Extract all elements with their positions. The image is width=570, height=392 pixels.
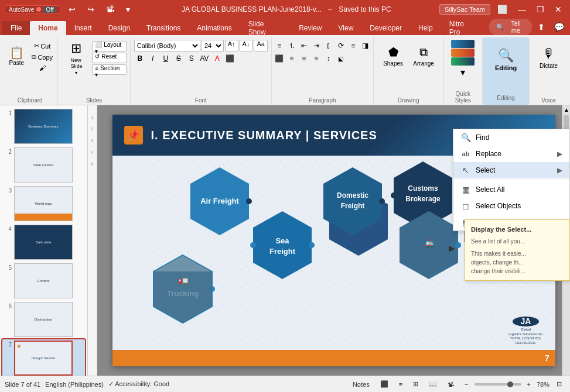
- svg-point-28: [246, 198, 252, 204]
- ribbon-display-button[interactable]: ⬜: [494, 4, 511, 15]
- ribbon-group-font: Calibri (Body) 24 A↑ A↓ Aa B I U S S AV …: [131, 37, 272, 105]
- select-icon: ↖: [460, 165, 471, 176]
- shapes-button[interactable]: ⬟ Shapes: [378, 40, 408, 72]
- section-button[interactable]: ≡ Section ▾: [92, 64, 126, 75]
- slide-thumb-1[interactable]: 1 Business Summary: [2, 108, 85, 145]
- tab-nitro[interactable]: Nitro Pro: [441, 21, 484, 35]
- tab-insert[interactable]: Insert: [66, 21, 100, 35]
- scroll-up-arrow[interactable]: ▲: [562, 105, 570, 114]
- view-sorter-button[interactable]: ⊞: [409, 379, 422, 389]
- ruler-tick: 2: [88, 123, 97, 135]
- svg-text:Customs: Customs: [408, 184, 438, 192]
- line-spacing-button[interactable]: ↕: [323, 53, 335, 64]
- tab-review[interactable]: Review: [291, 21, 330, 35]
- menu-replace[interactable]: ab Replace ▶: [453, 146, 569, 162]
- fit-slide-button[interactable]: ⊡: [553, 379, 565, 389]
- tab-view[interactable]: View: [330, 21, 362, 35]
- slide-thumb-5[interactable]: 5 Content: [2, 262, 85, 300]
- autosave-badge[interactable]: AutoSave Off: [5, 5, 60, 14]
- char-spacing-button[interactable]: AV: [199, 53, 210, 64]
- editing-button[interactable]: 🔍 Editing: [487, 42, 525, 77]
- quick-styles-scroll[interactable]: ▾: [460, 67, 465, 78]
- align-text-button[interactable]: ≡: [347, 40, 359, 51]
- font-size-select[interactable]: 24: [202, 40, 224, 51]
- decrease-font-button[interactable]: A↓: [240, 40, 253, 51]
- slide-number-5: 5: [4, 264, 12, 271]
- tab-design[interactable]: Design: [100, 21, 138, 35]
- tab-help[interactable]: Help: [410, 21, 441, 35]
- underline-button[interactable]: U: [160, 53, 172, 64]
- paste-button[interactable]: 📋 Paste: [5, 39, 28, 74]
- strikethrough-button[interactable]: S: [173, 53, 185, 64]
- search-ribbon-button[interactable]: 🔍 Tell me: [489, 19, 532, 35]
- align-center-button[interactable]: ≡: [286, 53, 298, 64]
- bold-button[interactable]: B: [134, 53, 146, 64]
- undo-button[interactable]: ↩: [65, 4, 79, 15]
- align-right-button[interactable]: ≡: [298, 53, 310, 64]
- share-button[interactable]: ⬆: [534, 21, 548, 33]
- font-family-select[interactable]: Calibri (Body): [134, 40, 200, 51]
- numbering-button[interactable]: ⒈: [286, 40, 298, 51]
- dictate-button[interactable]: 🎙 Dictate: [533, 40, 565, 75]
- zoom-slider[interactable]: [475, 383, 521, 386]
- tab-slideshow[interactable]: Slide Show: [240, 21, 291, 35]
- layout-button[interactable]: ⬜ Layout ▾: [92, 41, 126, 51]
- tab-animations[interactable]: Animations: [189, 21, 240, 35]
- smart-art-button[interactable]: ◨: [360, 40, 371, 51]
- arrange-button[interactable]: ⧉ Arrange: [409, 40, 438, 72]
- tab-transitions[interactable]: Transitions: [138, 21, 189, 35]
- customize-qat-button[interactable]: ▾: [122, 4, 134, 15]
- view-normal-button[interactable]: ⬛: [377, 379, 392, 389]
- menu-select[interactable]: ↖ Select ▶: [453, 162, 569, 178]
- slide-thumb-4[interactable]: 4 Dark slide: [2, 223, 85, 261]
- highlight-button[interactable]: ⬛: [224, 53, 236, 64]
- zoom-in-button[interactable]: +: [524, 380, 534, 389]
- shadow-button[interactable]: S: [186, 53, 197, 64]
- view-outline-button[interactable]: ≡: [395, 380, 406, 389]
- tab-file[interactable]: File: [2, 21, 30, 35]
- slide-thumb-7[interactable]: 7 ★ Hexagon Services: [2, 339, 85, 376]
- restore-button[interactable]: ❐: [533, 4, 548, 15]
- view-presenter-button[interactable]: 📽: [444, 380, 458, 389]
- paragraph-label: Paragraph: [309, 96, 336, 105]
- tab-developer[interactable]: Developer: [361, 21, 410, 35]
- increase-indent-button[interactable]: ⇥: [310, 40, 322, 51]
- notes-button[interactable]: Notes: [349, 380, 373, 389]
- menu-select-objects[interactable]: ◻ Select Objects: [453, 198, 569, 214]
- para-expand-button[interactable]: ⬕: [335, 53, 347, 64]
- view-reading-button[interactable]: 📖: [425, 379, 441, 389]
- decrease-indent-button[interactable]: ⇤: [298, 40, 310, 51]
- format-painter-button[interactable]: 🖌: [29, 63, 55, 73]
- italic-button[interactable]: I: [147, 53, 159, 64]
- increase-font-button[interactable]: A↑: [225, 40, 238, 51]
- align-left-button[interactable]: ⬛: [274, 53, 285, 64]
- ribbon: 📋 Paste ✂Cut ⧉Copy 🖌 Clipboard ⊞: [0, 35, 570, 105]
- slide-pin-icon: 📌: [124, 126, 143, 145]
- zoom-out-button[interactable]: −: [461, 380, 472, 389]
- bullets-button[interactable]: ≡: [274, 40, 285, 51]
- ribbon-group-drawing: ⬟ Shapes ⧉ Arrange Drawing: [374, 37, 444, 105]
- columns-button[interactable]: ⫿: [323, 40, 335, 51]
- clear-format-button[interactable]: Aa: [254, 40, 267, 51]
- new-slide-button[interactable]: ⊞ NewSlide ▾: [62, 39, 91, 78]
- minimize-button[interactable]: —: [514, 4, 530, 15]
- justify-button[interactable]: ≡: [310, 53, 322, 64]
- slide-panel[interactable]: 1 Business Summary 2 Slide content 3 Wor…: [0, 105, 88, 376]
- slide-thumb-2[interactable]: 2 Slide content: [2, 146, 85, 184]
- new-slide-arrow[interactable]: ▾: [75, 70, 77, 75]
- redo-button[interactable]: ↪: [84, 4, 98, 15]
- replace-icon: ab: [460, 149, 471, 159]
- text-direction-button[interactable]: ⟳: [335, 40, 347, 51]
- slide-thumb-6[interactable]: 6 Distribution: [2, 301, 85, 338]
- tab-home[interactable]: Home: [30, 21, 66, 35]
- comments-button[interactable]: 💬: [551, 21, 568, 33]
- reset-button[interactable]: ↺ Reset: [92, 53, 126, 63]
- menu-select-all[interactable]: ▦ Select All: [453, 181, 569, 198]
- present-button[interactable]: 📽: [103, 4, 118, 15]
- menu-find[interactable]: 🔍 Find: [453, 129, 569, 146]
- font-color-button[interactable]: A: [211, 53, 223, 64]
- close-button[interactable]: ✕: [551, 4, 565, 15]
- copy-button[interactable]: ⧉Copy: [29, 52, 55, 62]
- cut-button[interactable]: ✂Cut: [29, 41, 55, 51]
- slide-thumb-3[interactable]: 3 World map: [2, 185, 85, 222]
